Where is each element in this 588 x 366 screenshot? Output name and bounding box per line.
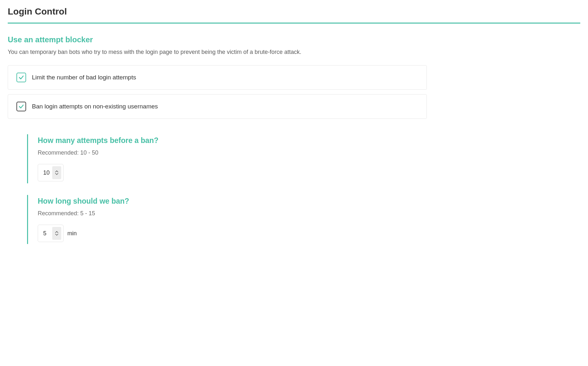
chevron-down-icon [55,234,58,236]
checkbox-limit-bad-attempts[interactable] [16,73,26,82]
sub-title-attempts: How many attempts before a ban? [38,136,427,145]
attempts-before-ban-block: How many attempts before a ban? Recommen… [27,134,427,183]
duration-stepper-buttons[interactable] [52,227,61,240]
option-ban-nonexisting-usernames[interactable]: Ban login attempts on non-existing usern… [8,94,427,119]
attempts-input[interactable] [38,164,52,181]
duration-stepper[interactable] [38,225,64,242]
sub-hint-attempts: Recommended: 10 - 50 [38,149,427,156]
chevron-up-icon [55,231,58,233]
section-title-attempt-blocker: Use an attempt blocker [8,35,580,44]
section-description: You can temporary ban bots who try to me… [8,49,580,56]
sub-title-duration: How long should we ban? [38,197,427,206]
chevron-up-icon [55,170,58,172]
check-icon [18,104,24,109]
duration-unit: min [67,230,77,237]
option-label: Limit the number of bad login attempts [32,74,136,81]
checkbox-ban-nonexisting-usernames[interactable] [16,102,26,111]
option-label: Ban login attempts on non-existing usern… [32,103,158,110]
attempts-stepper-buttons[interactable] [52,166,61,179]
title-divider [8,23,580,24]
option-limit-bad-attempts[interactable]: Limit the number of bad login attempts [8,65,427,90]
attempts-stepper[interactable] [38,164,64,181]
sub-hint-duration: Recommended: 5 - 15 [38,210,427,217]
page-title: Login Control [8,6,580,17]
duration-input[interactable] [38,225,52,242]
check-icon [18,75,24,80]
chevron-down-icon [55,173,58,175]
ban-duration-block: How long should we ban? Recommended: 5 -… [27,195,427,244]
